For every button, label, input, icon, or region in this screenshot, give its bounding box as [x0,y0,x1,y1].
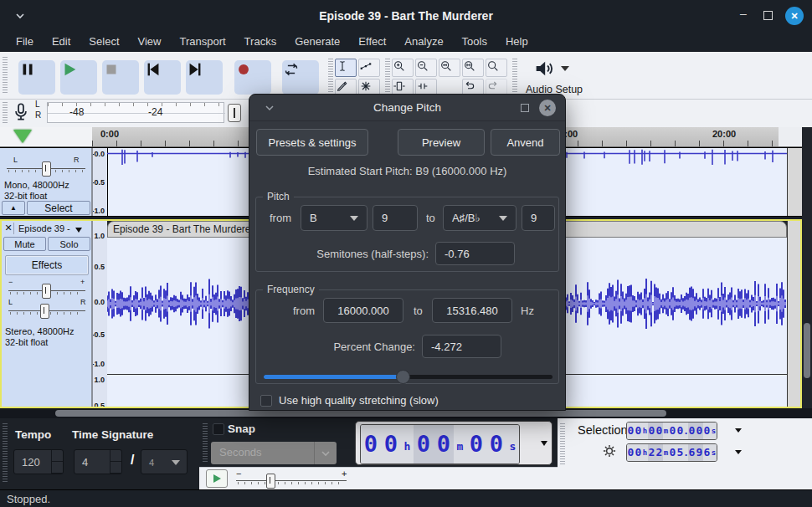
track2-pan-right-label: R [80,298,86,306]
menu-tools[interactable]: Tools [453,32,496,52]
timesig-upper-field[interactable]: 4 [74,449,122,474]
track2-control-panel[interactable]: ✕ Episode 39 - Mute Solo Effects − + L R… [2,221,92,407]
zoom-fit-button[interactable] [462,59,484,77]
snap-checkbox[interactable] [213,423,224,435]
menu-transport[interactable]: Transport [170,32,234,52]
presets-settings-button[interactable]: Presets & settings [256,129,368,156]
menu-help[interactable]: Help [496,32,537,52]
percent-change-slider[interactable] [264,370,552,384]
skip-start-icon [144,60,181,95]
track1-control-panel[interactable]: L R Mono, 48000Hz 32-bit float ▲ Select [0,148,92,216]
close-button[interactable]: ✕ [785,7,804,25]
envelope-tool-button[interactable] [358,59,380,77]
track2-solo-button[interactable]: Solo [48,237,90,251]
track1-vertical-ruler[interactable]: -0.0-0.5-1.0 [92,148,107,216]
track2-name[interactable]: Episode 39 - [18,223,70,233]
edit-toolbar-grip[interactable] [385,59,390,97]
digit-cell: 6 [703,444,711,461]
track1-select-button[interactable]: Select [27,201,90,215]
semitones-field[interactable]: -0.76 [435,242,515,265]
selection-toolbar-grip[interactable] [560,423,565,465]
loop-button[interactable] [282,60,319,95]
track2-pan-slider[interactable] [40,304,49,319]
record-button[interactable] [234,60,271,95]
track2-vertical-ruler[interactable]: 1.00.50.0-0.5-1.01.00.5 [92,221,107,408]
track1-collapse-button[interactable]: ▲ [2,201,25,215]
zoom-in-button[interactable] [392,59,414,77]
apply-button[interactable]: Anvend [491,129,560,156]
timesig-upper-spinner[interactable] [110,450,121,474]
menu-select[interactable]: Select [80,32,128,52]
zoom-out-button[interactable] [415,59,437,77]
menu-generate[interactable]: Generate [285,32,349,52]
digit-cell: 0 [627,444,635,461]
play-button[interactable] [60,60,97,95]
track2-menu-caret-icon[interactable] [75,228,82,233]
mic-icon[interactable] [10,101,32,125]
audio-setup-caret-icon[interactable] [561,66,569,71]
menu-file[interactable]: File [7,32,43,52]
play-speed-slider[interactable] [266,474,275,489]
time-display-caret-icon[interactable] [541,441,547,446]
ruler-label: 1.0 [94,376,105,384]
menu-edit[interactable]: Edit [43,32,80,52]
audacity-window: Episode 39 - Bart The Murderer – ✕ FileE… [0,0,812,507]
track1-pan-slider[interactable] [42,161,51,177]
maximize-button[interactable] [763,11,773,20]
stop-button[interactable] [102,60,139,95]
tempo-spinner[interactable] [51,450,63,474]
pitch-from-octave-field[interactable]: 9 [373,205,418,231]
track2-mute-button[interactable]: Mute [3,237,46,251]
selection-start-caret-icon[interactable] [735,428,742,433]
zoom-toggle-button[interactable] [486,59,507,77]
zoom-selection-button[interactable] [439,59,460,77]
skip-end-button[interactable] [186,60,223,95]
snap-toolbar-grip[interactable] [203,423,208,462]
track2-gain-slider[interactable] [42,284,51,299]
percent-change-field[interactable]: -4.272 [422,335,501,358]
speaker-icon[interactable] [532,57,556,80]
tempo-field[interactable]: 120 [13,449,64,474]
menu-effect[interactable]: Effect [349,32,395,52]
selection-end-caret-icon[interactable] [735,450,742,454]
selection-settings-gear-icon[interactable] [601,443,618,459]
horizontal-scrollbar-thumb[interactable] [55,410,666,417]
slider-handle[interactable] [396,370,410,384]
track2-effects-button[interactable]: Effects [5,255,89,275]
selection-end-field[interactable]: 00h22m05.696s [626,443,717,462]
dialog-title-bar[interactable]: Change Pitch ✕ [249,95,565,121]
hq-stretching-checkbox[interactable] [260,395,272,407]
audio-position-display[interactable]: 00h00m00s [355,421,552,465]
transport-toolbar-grip[interactable] [3,57,8,94]
menu-tracks[interactable]: Tracks [235,32,286,52]
menu-analyze[interactable]: Analyze [395,32,452,52]
freq-to-field[interactable]: 15316.480 [432,298,512,323]
vertical-scrollbar-thumb[interactable] [804,323,810,378]
selection-start-field[interactable]: 00h00m00.000s [626,422,717,440]
ruler-label: -1.0 [92,207,105,215]
snap-mode-dropdown[interactable]: Seconds [211,442,337,464]
playhead-pin-icon[interactable] [13,130,32,143]
timesig-lower-combo[interactable]: 4 [141,449,188,474]
tools-toolbar-grip[interactable] [328,59,333,97]
freq-from-field[interactable]: 16000.000 [323,298,403,323]
recording-meter[interactable]: -48-24 [47,102,224,123]
dialog-close-button[interactable]: ✕ [539,100,556,116]
input-volume-slider[interactable] [228,104,241,122]
pitch-from-note-combo[interactable]: B [301,205,367,231]
selection-tool-button[interactable] [335,59,357,77]
minimize-button[interactable]: – [735,7,752,20]
meter-toolbar-grip[interactable] [3,102,8,124]
digit-cell: 0 [635,444,642,461]
pause-button[interactable] [18,60,55,95]
menu-view[interactable]: View [129,32,171,52]
time-toolbar-grip[interactable] [3,423,8,484]
vertical-scrollbar[interactable] [802,127,812,408]
dialog-minimize-button[interactable] [521,104,529,112]
pitch-to-octave-field[interactable]: 9 [522,205,555,231]
pitch-to-note-combo[interactable]: A♯/B♭ [443,205,516,231]
preview-button[interactable]: Preview [398,129,485,156]
skip-start-button[interactable] [144,60,181,95]
track2-close-icon[interactable]: ✕ [3,223,14,234]
play-at-speed-button[interactable] [206,469,228,488]
